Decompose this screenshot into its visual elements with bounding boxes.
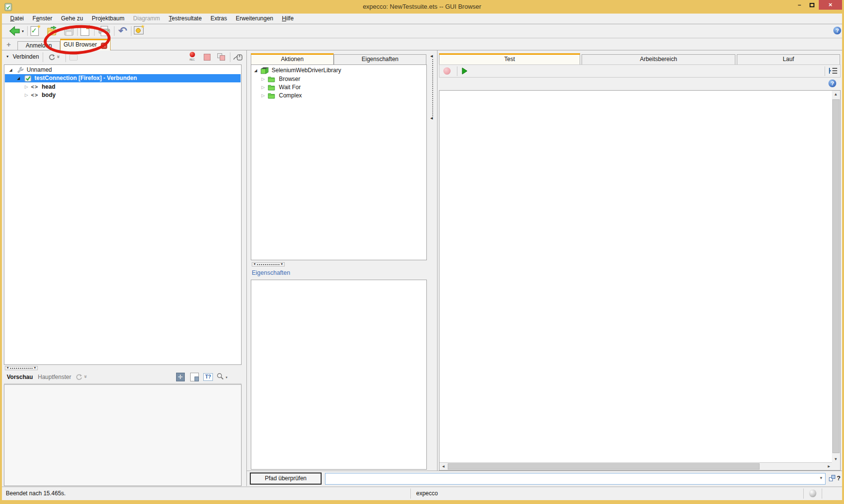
pick-element-icon[interactable] [233,53,243,62]
copy-recording-button[interactable] [217,53,226,61]
menu-gehe-zu[interactable]: Gehe zu [57,14,87,24]
open-in-editor-icon[interactable] [828,67,838,76]
identify-element-button[interactable]: ? [828,473,841,484]
horizontal-scrollbar[interactable]: ◄ ► [439,462,833,470]
help-button[interactable]: ? [833,27,841,34]
close-tab-icon[interactable]: × [101,43,107,49]
menu-projektbaum[interactable]: Projektbaum [87,14,129,24]
expander-icon[interactable]: ▷ [25,91,28,99]
panel-divider-right[interactable] [437,50,438,471]
menu-fenster[interactable]: Fenster [28,14,57,24]
panel-divider-left[interactable] [246,50,247,486]
menu-erweiterungen[interactable]: Erweiterungen [231,14,277,24]
star-icon: ★ [87,24,92,29]
tab-gui-browser[interactable]: GUI Browser × [60,39,111,50]
tree-row-wait-for[interactable]: ▷ Wait For [252,83,426,92]
preview-panel[interactable] [4,384,242,486]
splitter-handle-horizontal[interactable]: ▼ ▼ [5,366,38,370]
expander-icon[interactable]: ▷ [261,75,265,83]
combo-dropdown-icon[interactable]: ▾ [820,475,822,480]
test-toolbar [439,64,841,78]
status-divider [803,488,804,499]
new-testsuite-button[interactable]: ✓ ★ [29,25,43,37]
scroll-right-icon[interactable]: ► [827,464,831,469]
menu-extras[interactable]: Extras [206,14,231,24]
chevron-double-icon[interactable]: » [56,55,62,58]
open-button[interactable] [46,25,59,37]
splitter-handle-vertical[interactable]: ◀ ◀ [431,54,434,121]
scroll-up-icon[interactable]: ▲ [834,92,838,97]
actions-tree-panel[interactable]: ◢ SeleniumWebDriverLibrary ▷ Browser ▷ W… [251,64,427,260]
tab-arbeitsbereich[interactable]: Arbeitsbereich [582,54,735,64]
properties-label: Eigenschaften [252,269,290,276]
scroll-left-icon[interactable]: ◄ [441,464,445,469]
text-inspect-icon[interactable]: T? [203,373,213,381]
settings-button[interactable]: ★ [133,25,146,37]
back-dropdown-icon[interactable]: ▾ [22,29,24,33]
new-window-button[interactable]: ★ [79,25,93,37]
expander-icon[interactable]: ◢ [9,66,12,74]
preview-tab-vorschau[interactable]: Vorschau [7,374,33,380]
help-icon: ? [836,28,839,33]
add-tab-button[interactable]: + [5,41,13,48]
magnifier-button[interactable]: ▾ [216,373,227,382]
help-button-test[interactable]: ? [828,79,836,87]
caret-down-icon: ▼ [6,366,9,370]
expander-icon[interactable]: ◢ [17,74,20,82]
menu-testresultate[interactable]: Testresultate [164,14,206,24]
maximize-button[interactable] [806,0,818,11]
undo-button[interactable]: ↶ [116,25,130,37]
preview-tab-hauptfenster[interactable]: Hauptfenster [38,374,71,380]
record-button[interactable]: REC [187,52,197,63]
tree-row-library[interactable]: ◢ SeleniumWebDriverLibrary [252,66,426,75]
connect-dropdown[interactable]: ▼ Verbinden [6,53,39,60]
tab-lauf[interactable]: Lauf [737,54,840,64]
tab-eigenschaften[interactable]: Eigenschaften [334,54,426,64]
check-path-button[interactable]: Pfad überprüfen [250,472,322,485]
horizontal-scrollbar-thumb[interactable] [448,463,760,470]
expander-icon[interactable]: ▷ [261,83,265,92]
minimize-button[interactable]: – [794,0,805,11]
properties-panel[interactable] [251,280,427,470]
vertical-scrollbar-thumb[interactable] [832,99,840,453]
scroll-down-icon[interactable]: ▼ [834,457,838,462]
chevron-double-icon[interactable]: » [83,375,89,378]
move-window-icon[interactable]: ✛ [176,373,185,381]
stop-icon[interactable] [204,54,211,61]
expander-icon[interactable]: ▷ [261,92,265,100]
record-test-icon[interactable] [443,67,451,75]
tag-icon: <> [31,83,38,91]
back-button[interactable]: ▾ [6,25,26,37]
tree-row-head[interactable]: ▷ <> head [5,83,241,91]
splitter-handle-horizontal[interactable]: ▼ ▼ [252,262,285,267]
print-button[interactable] [96,25,113,37]
menu-datei[interactable]: Datei [6,14,28,24]
tree-row-body[interactable]: ▷ <> body [5,91,241,99]
splitter-dots [432,59,433,116]
expander-icon[interactable]: ▷ [25,83,28,91]
tree-row-unnamed[interactable]: ◢ Unnamed [5,66,241,74]
vertical-scrollbar[interactable]: ▲ ▼ [832,91,840,463]
toolbar-separator [27,26,28,36]
help-icon: ? [831,80,834,86]
window-title: expecco: NewTestsuite.ets -- GUI Browser [87,0,757,14]
left-arrow-icon[interactable]: ◀ [430,116,433,120]
path-combobox[interactable]: ▾ [325,473,826,485]
refresh-icon[interactable] [49,54,55,61]
tab-anmelden[interactable]: Anmelden [17,41,60,50]
dom-tree-panel[interactable]: ◢ Unnamed ◢ testConnection [Firefox] - V… [4,64,242,365]
menu-hilfe[interactable]: Hilfe [277,14,298,24]
tab-aktionen[interactable]: Aktionen [251,53,334,64]
tree-row-browser[interactable]: ▷ Browser [252,75,426,83]
test-content-panel[interactable]: ▲ ▼ ◄ ► [439,90,841,471]
tab-test[interactable]: Test [439,53,580,64]
expander-icon[interactable]: ◢ [254,66,257,75]
tree-row-complex[interactable]: ▷ Complex [252,92,426,100]
tree-row-testconnection[interactable]: ◢ testConnection [Firefox] - Verbunden [5,74,241,82]
left-arrow-icon[interactable]: ◀ [430,54,433,58]
select-region-icon[interactable] [190,373,199,381]
play-icon[interactable] [462,67,468,75]
bottom-divider [247,471,842,471]
close-button[interactable]: × [819,0,842,10]
titlebar[interactable]: expecco: NewTestsuite.ets -- GUI Browser… [0,0,844,14]
